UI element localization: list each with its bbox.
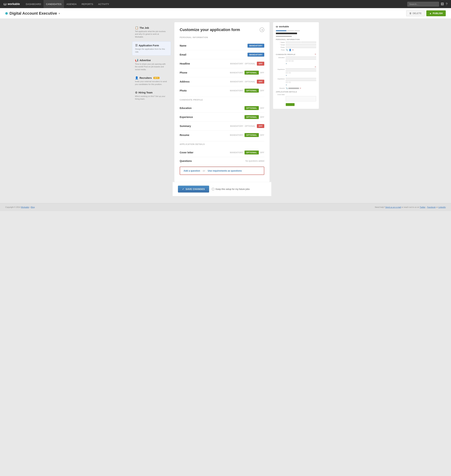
application-details-section: APPLICATION DETAILS Cover letter MANDATO… (180, 143, 264, 175)
preview-cover-letter-field: Cover letter (276, 94, 316, 95)
preview-exp2-check1 (286, 82, 288, 83)
save-changes-button[interactable]: ✓ SAVE CHANGES (178, 186, 209, 192)
preview-email-label: Email (276, 44, 285, 46)
footer-linkedin-link[interactable]: LinkedIn (438, 206, 446, 208)
field-experience-row: Experience OPTIONAL OFF (180, 113, 264, 122)
headline-off-button[interactable]: OFF (257, 62, 264, 66)
personal-info-label: PERSONAL INFORMATION (180, 36, 264, 38)
help-icon[interactable]: ? (446, 2, 447, 6)
preview-exp-check2 (288, 72, 291, 74)
summary-off-button[interactable]: OFF (257, 124, 264, 128)
education-optional-button[interactable]: OPTIONAL (244, 106, 259, 110)
preview-experience-label1: Experience (276, 69, 285, 70)
preview-resume-remove-icon: ✕ (300, 87, 301, 89)
preview-ed-add-icon: + (286, 62, 287, 65)
experience-optional-button[interactable]: OPTIONAL (244, 115, 259, 119)
preview-exp2-input2 (286, 80, 316, 81)
footer-facebook-link[interactable]: Facebook (427, 206, 436, 208)
help-circle-icon[interactable]: ◄ (260, 27, 264, 32)
preview-ed-check1 (286, 60, 288, 62)
resume-off-text: OFF (260, 134, 264, 136)
field-education-controls: OPTIONAL OFF (244, 106, 264, 110)
sidebar-item-hiring-team[interactable]: ⚙ Hiring Team Who's working on this? Set… (132, 89, 171, 103)
footer-twitter-link[interactable]: Twitter (420, 206, 426, 208)
sidebar-item-advertise[interactable]: 📢 Advertise Time to share your job openi… (132, 57, 171, 73)
preview-candidate-close-icon: ✕ (315, 53, 316, 55)
field-phone-controls: MANDATORY OPTIONAL OFF (230, 71, 264, 75)
job-title-dropdown-icon[interactable]: ▾ (59, 12, 60, 15)
footer-help: Need help? Send us an e-mail or reach ou… (375, 206, 446, 208)
preview-resume-field: Resume 📎 ✕ (276, 87, 316, 89)
photo-optional-button[interactable]: OPTIONAL (244, 89, 259, 93)
person-icon: 👤 (135, 76, 138, 80)
candidate-profile-section: CANDIDATE PROFILE Education OPTIONAL OFF… (180, 99, 264, 140)
field-cover-letter-row: Cover letter MANDATORY OPTIONAL OFF (180, 148, 264, 157)
footer-blog-link[interactable]: Blog (31, 206, 35, 208)
nav-dashboard[interactable]: DASHBOARD (23, 0, 44, 8)
preview-exp2-checks (286, 82, 316, 83)
preview-personal-info-title: PERSONAL INFORMATION (276, 39, 316, 40)
preview-ed-check3 (291, 60, 294, 62)
field-cover-letter-controls: MANDATORY OPTIONAL OFF (230, 151, 264, 154)
nav-candidates[interactable]: CANDIDATES (44, 0, 64, 8)
publish-button[interactable]: ▲ PUBLISH (426, 10, 446, 16)
questions-row: Questions No questions added (180, 157, 264, 165)
resume-optional-button[interactable]: OPTIONAL (244, 133, 259, 137)
main-layout: 📋 The Job Tell applicants what the job i… (132, 19, 319, 200)
preview-photo-person-icon: 👤 (289, 49, 291, 51)
delete-button[interactable]: 🗑 DELETE (406, 10, 425, 16)
search-input[interactable] (407, 2, 439, 6)
keep-setup-checkbox[interactable] (212, 188, 214, 190)
preview-progress-bars (276, 30, 316, 31)
sidebar-item-application-form[interactable]: ☰ Application Form Design the applicatio… (132, 41, 171, 56)
phone-optional-button[interactable]: OPTIONAL (244, 71, 259, 75)
nav-reports[interactable]: REPORTS (79, 0, 96, 8)
preview-exp-add-icon1: + (286, 74, 287, 77)
preview-phone-field: Phone (276, 46, 316, 48)
preview-email-field: Email (276, 44, 316, 46)
footer-workable-link[interactable]: Workable (21, 206, 29, 208)
field-summary-row: Summary MANDATORY OPTIONAL OFF (180, 122, 264, 131)
headline-mandatory-text: MANDATORY (230, 63, 244, 65)
field-headline-label: Headline (180, 62, 190, 65)
address-off-button[interactable]: OFF (257, 80, 264, 83)
preview-education-inputs: + (286, 57, 316, 65)
preview-name-block (276, 33, 316, 37)
field-photo-row: Photo MANDATORY OPTIONAL OFF (180, 86, 264, 95)
preview-education-field: Education + (276, 57, 316, 65)
briefcase-icon: 📋 (135, 26, 138, 29)
footer-email-link[interactable]: Send us an e-mail (385, 206, 401, 208)
preview-exp2-check2 (288, 82, 291, 83)
checkmark-icon: ✓ (182, 188, 184, 190)
preview-experience-field2: Experience + (276, 78, 316, 86)
name-mandatory-button[interactable]: MANDATORY (248, 44, 264, 48)
upload-icon: ▲ (429, 12, 432, 15)
preview-photo-remove-icon: ✕ (292, 49, 294, 51)
preview-experience-label2: Experience (276, 78, 285, 80)
preview-exp2-input1 (286, 78, 316, 79)
nav-activity[interactable]: ACTIVITY (96, 0, 112, 8)
job-header-actions: 🗑 DELETE ▲ PUBLISH (406, 10, 446, 16)
nav-agenda[interactable]: AGENDA (64, 0, 79, 8)
sidebar-item-recruiters[interactable]: 👤 Recruiters BETA Invite your external r… (132, 74, 171, 88)
use-requirements-link[interactable]: Use requirements as questions (208, 169, 242, 172)
sidebar-item-the-job[interactable]: 📋 The Job Tell applicants what the job i… (132, 24, 171, 40)
personal-information-section: PERSONAL INFORMATION Name MANDATORY Emai… (180, 36, 264, 95)
add-question-link[interactable]: Add a question (184, 169, 200, 172)
cover-letter-optional-button[interactable]: OPTIONAL (244, 151, 259, 154)
field-photo-controls: MANDATORY OPTIONAL OFF (230, 89, 264, 93)
cover-letter-off-text: OFF (260, 152, 264, 153)
preview-app-details-title: APPLICATION DETAILS (276, 91, 316, 93)
notifications-icon[interactable]: 🖼 (441, 2, 444, 6)
email-mandatory-button[interactable]: MANDATORY (248, 53, 264, 57)
phone-mandatory-text: MANDATORY (230, 72, 243, 74)
nav-links: DASHBOARD CANDIDATES AGENDA REPORTS ACTI… (23, 0, 407, 8)
field-name-row: Name MANDATORY (180, 41, 264, 50)
field-headline-controls: MANDATORY OPTIONAL OFF (230, 62, 264, 66)
preview-logo-w: ω (276, 25, 278, 28)
workable-logo[interactable]: ω workable (4, 2, 20, 6)
progress-bar-3 (294, 30, 300, 31)
resume-mandatory-text: MANDATORY (230, 134, 243, 136)
preview-resume-clip-icon: 📎 (286, 87, 288, 89)
gear-icon: ⚙ (135, 91, 138, 94)
